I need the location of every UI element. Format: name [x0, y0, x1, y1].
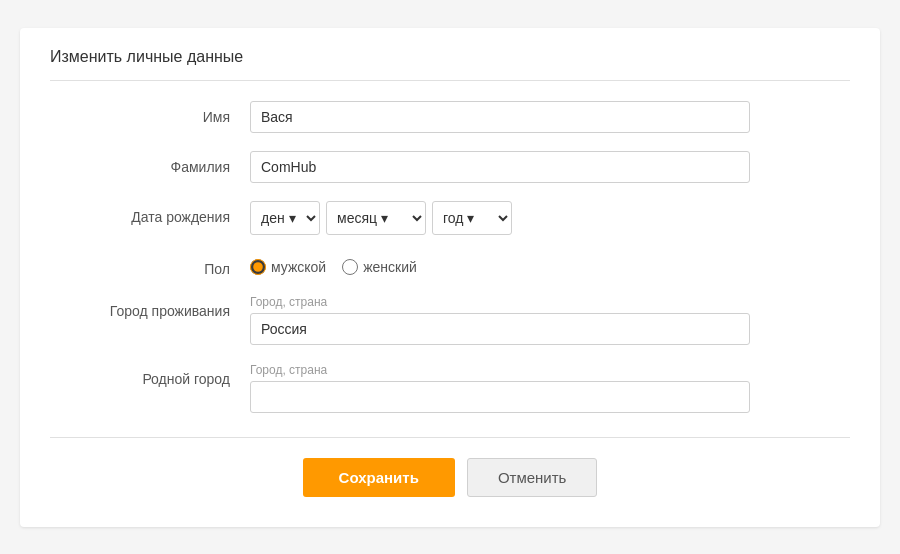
hometown-row: Родной город Город, страна	[50, 363, 850, 413]
gender-label: Пол	[50, 253, 250, 277]
gender-row: Пол мужской женский	[50, 253, 850, 277]
gender-field: мужской женский	[250, 253, 850, 275]
city-hint: Город, страна	[250, 295, 850, 309]
city-label: Город проживания	[50, 295, 250, 319]
date-selects: ден ▾ 12345 678910 1112131415 1617181920…	[250, 201, 850, 235]
birth-month-select[interactable]: месяц ▾ ЯнварьФевральМартАпрель МайИюньИ…	[326, 201, 426, 235]
form-container: Изменить личные данные Имя Фамилия Дата …	[20, 28, 880, 527]
gender-options: мужской женский	[250, 253, 850, 275]
first-name-field	[250, 101, 850, 133]
gender-male-radio[interactable]	[250, 259, 266, 275]
button-row: Сохранить Отменить	[50, 458, 850, 497]
hometown-field: Город, страна	[250, 363, 850, 413]
divider	[50, 437, 850, 438]
cancel-button[interactable]: Отменить	[467, 458, 598, 497]
last-name-label: Фамилия	[50, 151, 250, 175]
birth-date-label: Дата рождения	[50, 201, 250, 225]
gender-female-label[interactable]: женский	[342, 259, 417, 275]
last-name-input[interactable]	[250, 151, 750, 183]
hometown-hint: Город, страна	[250, 363, 850, 377]
first-name-label: Имя	[50, 101, 250, 125]
last-name-field	[250, 151, 850, 183]
gender-female-text: женский	[363, 259, 417, 275]
birth-date-row: Дата рождения ден ▾ 12345 678910 1112131…	[50, 201, 850, 235]
hometown-input[interactable]	[250, 381, 750, 413]
hometown-label: Родной город	[50, 363, 250, 387]
city-field: Город, страна	[250, 295, 850, 345]
city-row: Город проживания Город, страна	[50, 295, 850, 345]
gender-male-text: мужской	[271, 259, 326, 275]
first-name-row: Имя	[50, 101, 850, 133]
birth-date-field: ден ▾ 12345 678910 1112131415 1617181920…	[250, 201, 850, 235]
first-name-input[interactable]	[250, 101, 750, 133]
city-input[interactable]	[250, 313, 750, 345]
save-button[interactable]: Сохранить	[303, 458, 455, 497]
gender-female-radio[interactable]	[342, 259, 358, 275]
birth-day-select[interactable]: ден ▾ 12345 678910 1112131415 1617181920…	[250, 201, 320, 235]
birth-year-select[interactable]: год ▾ 20001999199819971996 1995199019851…	[432, 201, 512, 235]
gender-male-label[interactable]: мужской	[250, 259, 326, 275]
last-name-row: Фамилия	[50, 151, 850, 183]
page-title: Изменить личные данные	[50, 48, 850, 81]
